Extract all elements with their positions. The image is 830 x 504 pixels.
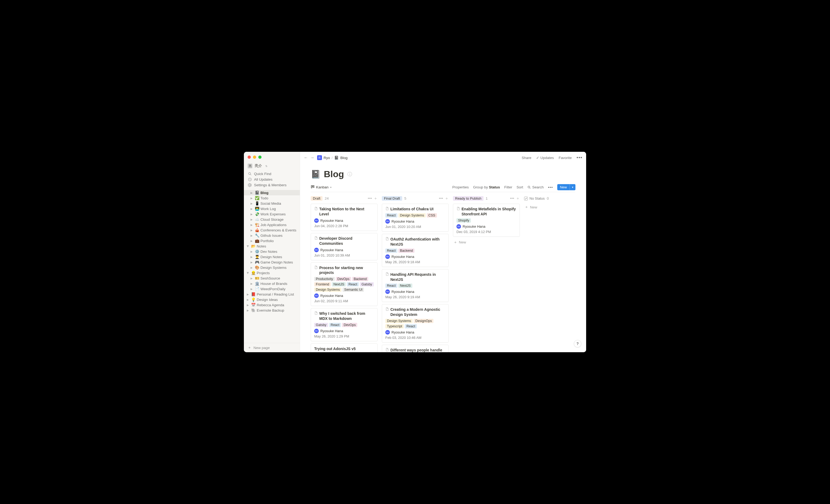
sidebar-item[interactable]: ▶👨‍🎓Design Notes (244, 254, 300, 260)
column-status-tag[interactable]: Final Draft (382, 196, 402, 201)
more-menu-button[interactable]: ••• (576, 155, 582, 161)
sidebar-item[interactable]: ▶📱Social Media (244, 201, 300, 206)
sidebar-item[interactable]: ▶🐘Evernote Backup (244, 308, 300, 313)
properties-button[interactable]: Properties (452, 185, 469, 189)
caret-icon[interactable]: ▶ (250, 218, 254, 221)
page-emoji-icon: 📱 (255, 201, 259, 205)
sidebar-tree: ▶📓Blog▶✅Todo▶📱Social Media▶👨‍💻Work Log▶💸… (244, 190, 300, 343)
kanban-card[interactable]: Different ways people handle grids in de… (382, 345, 449, 352)
kanban-card[interactable]: Why I switched back from MDX to Markdown… (311, 308, 378, 341)
caret-icon[interactable]: ▶ (250, 224, 254, 226)
sidebar-item[interactable]: ▶📓Blog (244, 190, 300, 195)
nav-forward-button[interactable]: → (310, 155, 315, 160)
kanban-card[interactable]: OAuth2 Authentication with NextJSReactBa… (382, 234, 449, 267)
caret-icon[interactable]: ▶ (250, 277, 254, 280)
page-emoji[interactable]: 📓 (311, 169, 321, 179)
breadcrumb-page[interactable]: Blog (341, 156, 348, 160)
kanban-card[interactable]: Trying out AdonisJS v5RHRyosuke HanaMay … (311, 343, 378, 352)
sidebar-item[interactable]: ▶🔧Github Issues (244, 233, 300, 238)
check-icon: ✓ (536, 156, 539, 160)
caret-icon[interactable]: ▶ (247, 271, 250, 275)
column-more-button[interactable]: ••• (510, 196, 514, 201)
sidebar-item[interactable]: ▶💼Portfolio (244, 238, 300, 243)
new-page-button[interactable]: ＋ New page (244, 343, 300, 352)
column-add-button[interactable]: ＋ (374, 196, 378, 201)
caret-icon[interactable]: ▶ (250, 213, 254, 216)
breadcrumb-workspace[interactable]: Ryo (324, 156, 330, 160)
add-card-button[interactable]: ＋New (453, 239, 520, 246)
caret-icon[interactable]: ▶ (250, 266, 254, 269)
sidebar-item[interactable]: ▶📕Personal / Reading List (244, 292, 300, 297)
favorite-button[interactable]: Favorite (558, 156, 572, 160)
sidebar-item[interactable]: ▶🎨Design Systems (244, 265, 300, 270)
minimize-window-button[interactable] (253, 156, 256, 159)
kanban-card[interactable]: Process for starting new projectsProduct… (311, 262, 378, 306)
caret-icon[interactable]: ▶ (250, 250, 254, 253)
caret-icon[interactable]: ▶ (250, 234, 254, 237)
kanban-card[interactable]: Taking Notion to the Next LevelRHRyosuke… (311, 204, 378, 231)
kanban-card[interactable]: Limitations of Chakra UIReactDesign Syst… (382, 204, 449, 232)
add-card-button[interactable]: ＋New (524, 204, 575, 210)
sidebar-item[interactable]: ▶📄WeedPornDaily (244, 286, 300, 292)
kanban-card[interactable]: Enabling Metafields in Shopify Storefron… (453, 204, 520, 237)
caret-icon[interactable]: ▶ (247, 244, 250, 248)
caret-icon[interactable]: ▶ (246, 298, 250, 301)
maximize-window-button[interactable] (258, 156, 261, 159)
column-more-button[interactable]: ••• (368, 196, 372, 201)
sidebar-item[interactable]: ▶⚙️Dev Notes (244, 249, 300, 254)
sidebar-item[interactable]: ▶🎫SeshSource (244, 275, 300, 281)
sidebar-item[interactable]: ▶📂Notes (244, 243, 300, 249)
view-selector[interactable]: Kanban ▾ (311, 185, 331, 190)
caret-icon[interactable]: ▶ (250, 261, 254, 264)
settings-button[interactable]: Settings & Members (244, 182, 300, 188)
caret-icon[interactable]: ▶ (250, 282, 254, 285)
sort-button[interactable]: Sort (517, 185, 523, 189)
caret-icon[interactable]: ▶ (250, 288, 254, 291)
caret-icon[interactable]: ▶ (246, 304, 250, 306)
search-button[interactable]: Search (527, 185, 544, 189)
column-more-button[interactable]: ••• (439, 196, 443, 201)
kanban-card[interactable]: Developer Discord CommunitiesRHRyosuke H… (311, 233, 378, 260)
kanban-card[interactable]: Creating a Modern Agnostic Design System… (382, 304, 449, 343)
sidebar-item[interactable]: ▶📅Rebecca Agenda (244, 302, 300, 308)
info-icon[interactable]: ⓘ (347, 171, 352, 177)
caret-icon[interactable]: ▶ (250, 256, 254, 259)
caret-icon[interactable]: ▶ (250, 207, 254, 210)
column-status-tag[interactable]: Draft (311, 196, 322, 201)
column-status-tag[interactable]: Ready to Publish (453, 196, 483, 201)
filter-button[interactable]: Filter (504, 185, 512, 189)
sidebar-item[interactable]: ▶👷Projects (244, 270, 300, 275)
sidebar-item[interactable]: ▶🎮Game Design Notes (244, 260, 300, 265)
updates-button[interactable]: ✓ Updates (536, 156, 554, 160)
sidebar-item[interactable]: ▶🏛️House of Brands (244, 281, 300, 286)
caret-icon[interactable]: ▶ (250, 239, 254, 242)
sidebar-item[interactable]: ▶☁️Cloud Storage (244, 217, 300, 222)
sidebar-item[interactable]: ▶👨‍💻Work Log (244, 206, 300, 211)
column-add-button[interactable]: ＋ (516, 196, 520, 201)
sidebar-item[interactable]: ▶💡Design Ideas (244, 297, 300, 302)
help-button[interactable]: ? (574, 340, 581, 347)
nav-back-button[interactable]: ← (304, 155, 308, 160)
caret-icon[interactable]: ▶ (250, 229, 254, 232)
share-button[interactable]: Share (522, 156, 531, 160)
caret-icon[interactable]: ▶ (250, 191, 254, 194)
caret-icon[interactable]: ▶ (250, 202, 254, 205)
groupby-button[interactable]: Group by Status (473, 185, 500, 189)
close-window-button[interactable] (248, 156, 251, 159)
sidebar-item[interactable]: ▶💸Work Expenses (244, 211, 300, 217)
column-add-button[interactable]: ＋ (445, 196, 449, 201)
quick-find-button[interactable]: Quick Find (244, 171, 300, 177)
sidebar-item[interactable]: ▶🏗️Job Applications (244, 222, 300, 227)
sidebar-item[interactable]: ▶🎪Conferences & Events (244, 227, 300, 233)
all-updates-button[interactable]: All Updates (244, 177, 300, 182)
new-record-label[interactable]: New (557, 184, 570, 190)
caret-icon[interactable]: ▶ (246, 293, 250, 296)
kanban-card[interactable]: Handling API Requests in NextJSReactNext… (382, 269, 449, 302)
view-more-button[interactable]: ••• (548, 185, 553, 190)
workspace-switcher[interactable]: 亮 亮介 ⇅ (244, 163, 300, 170)
page-title[interactable]: Blog (324, 169, 344, 179)
caret-icon[interactable]: ▶ (250, 197, 254, 200)
sidebar-item[interactable]: ▶✅Todo (244, 195, 300, 201)
new-record-dropdown[interactable]: ▾ (570, 184, 575, 190)
caret-icon[interactable]: ▶ (246, 309, 250, 312)
